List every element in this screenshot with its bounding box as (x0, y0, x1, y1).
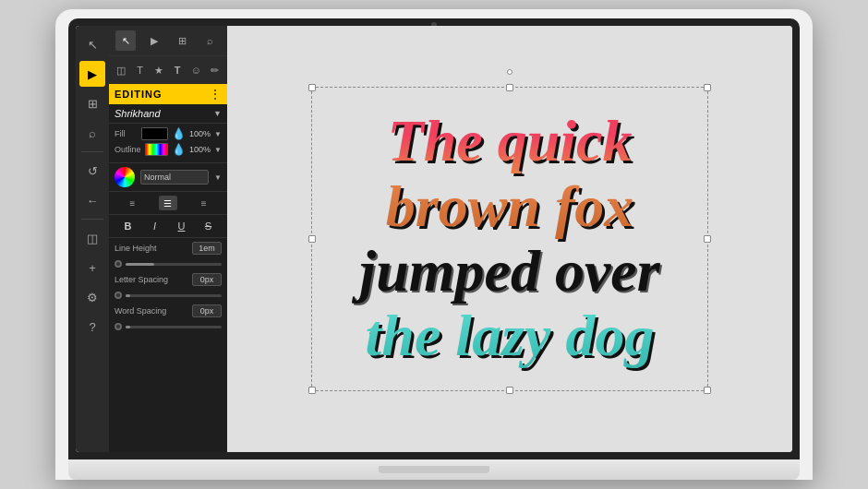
line-height-dot (115, 260, 122, 268)
panel-zoom-icon[interactable]: ⌕ (200, 30, 221, 51)
font-chevron-icon: ▼ (213, 109, 222, 118)
italic-btn[interactable]: I (147, 218, 163, 234)
align-right-btn[interactable]: ≡ (195, 196, 213, 210)
zoom-tool[interactable]: ⌕ (79, 120, 105, 146)
letter-spacing-value[interactable]: 0px (192, 273, 222, 286)
outline-opacity: 100% (189, 145, 211, 154)
color-wheel-row: Normal Multiply Screen Overlay ▼ (109, 163, 227, 192)
handle-bot-left[interactable] (308, 387, 316, 394)
text-line-3: jumped over (359, 239, 659, 304)
word-spacing-dot (115, 323, 122, 330)
fill-swatch[interactable] (141, 127, 168, 140)
panel-top-icons: ↖ ▶ ⊞ ⌕ (109, 26, 227, 56)
line-height-value[interactable]: 1em (192, 242, 222, 255)
styled-text-container: The quick brown fox jumped over the lazy… (320, 96, 699, 382)
panel-crop-icon[interactable]: ⊞ (172, 30, 192, 51)
layers-icon[interactable]: ◫ (112, 60, 130, 80)
word-spacing-label: Word Spacing (115, 306, 166, 316)
bold-btn[interactable]: B (120, 218, 137, 234)
letter-spacing-label: Letter Spacing (115, 275, 168, 284)
select-tool[interactable]: ↖ (79, 31, 105, 57)
underline-btn[interactable]: U (174, 218, 190, 234)
settings-tool[interactable]: ⚙ (79, 284, 105, 310)
letter-spacing-row: Letter Spacing 0px (115, 273, 222, 286)
blend-mode-select[interactable]: Normal Multiply Screen Overlay (140, 170, 209, 185)
word-spacing-slider[interactable] (126, 326, 222, 328)
outline-row: Outline 💧 100% ▼ (115, 143, 222, 156)
line-height-row: Line Height 1em (115, 242, 222, 255)
handle-top-right[interactable] (704, 84, 711, 91)
emoji-icon[interactable]: ☺ (187, 60, 205, 80)
laptop-notch (379, 466, 489, 473)
back-tool[interactable]: ← (79, 187, 105, 213)
color-wheel[interactable] (115, 167, 135, 187)
letter-spacing-slider-row (115, 292, 222, 299)
editing-label: EDITING (115, 89, 163, 100)
line-height-slider-row (115, 260, 222, 268)
align-left-btn[interactable]: ≡ (123, 196, 141, 210)
text-line-2: brown fox (359, 174, 659, 239)
handle-bot-right[interactable] (704, 387, 711, 394)
line-height-label: Line Height (115, 244, 157, 253)
handle-bot-mid[interactable] (506, 387, 513, 394)
word-spacing-slider-row (115, 323, 222, 330)
left-toolbar: ↖ ▶ ⊞ ⌕ ↺ ← ◫ + ⚙ ? (76, 26, 109, 452)
canvas-area[interactable]: The quick brown fox jumped over the lazy… (227, 26, 792, 452)
word-spacing-value[interactable]: 0px (192, 304, 222, 317)
panel-pointer-icon[interactable]: ▶ (144, 30, 164, 51)
panel-second-icons: ◫ T ★ T ☺ ✏ (109, 56, 227, 84)
app-container: ↖ ▶ ⊞ ⌕ ↺ ← ◫ + ⚙ ? (76, 26, 792, 452)
align-center-btn[interactable]: ☰ (159, 196, 177, 210)
paint-icon[interactable]: ✏ (206, 60, 224, 80)
font-row[interactable]: Shrikhand ▼ (109, 104, 227, 124)
outline-chevron-icon: ▼ (214, 146, 222, 154)
word-spacing-row: Word Spacing 0px (115, 304, 222, 317)
fill-droplet-icon[interactable]: 💧 (172, 127, 186, 140)
tool-separator-1 (81, 151, 103, 152)
outline-label: Outline (115, 145, 141, 154)
layers-tool[interactable]: ◫ (79, 225, 105, 251)
outline-droplet-icon[interactable]: 💧 (172, 143, 186, 156)
side-panel: ↖ ▶ ⊞ ⌕ ◫ T ★ T ☺ ✏ (109, 26, 227, 452)
text2-icon[interactable]: T (168, 60, 187, 80)
blend-chevron-icon: ▼ (214, 173, 222, 182)
line-height-slider[interactable] (126, 263, 222, 266)
fill-chevron-icon: ▼ (214, 130, 222, 138)
styled-text[interactable]: The quick brown fox jumped over the lazy… (359, 109, 659, 369)
pointer-tool[interactable]: ▶ (79, 61, 105, 87)
align-row: ≡ ☰ ≡ (109, 192, 227, 215)
strikethrough-btn[interactable]: S (200, 218, 217, 234)
laptop-outer: ↖ ▶ ⊞ ⌕ ↺ ← ◫ + ⚙ ? (55, 9, 813, 480)
handle-mid-left[interactable] (308, 235, 316, 243)
laptop-base (68, 459, 800, 480)
canvas-content: The quick brown fox jumped over the lazy… (311, 87, 708, 391)
handle-mid-right[interactable] (704, 235, 711, 243)
fill-section: Fill 💧 100% ▼ Outline 💧 100% ▼ (109, 124, 227, 163)
letter-spacing-dot (115, 292, 122, 299)
handle-top-left[interactable] (308, 84, 316, 91)
style-row: B I U S (109, 215, 227, 238)
crop-tool[interactable]: ⊞ (79, 90, 105, 116)
fill-opacity: 100% (189, 129, 211, 138)
letter-spacing-slider[interactable] (126, 294, 222, 297)
star-icon[interactable]: ★ (150, 60, 168, 80)
editing-menu-btn[interactable]: ⋮ (209, 87, 222, 101)
text-icon[interactable]: T (130, 60, 149, 80)
spacing-section: Line Height 1em Letter Spacing (109, 238, 227, 340)
editing-header: EDITING ⋮ (109, 84, 227, 104)
text-line-4: the lazy dog (359, 304, 659, 368)
help-tool[interactable]: ? (79, 314, 105, 340)
font-name: Shrikhand (115, 108, 161, 119)
tool-separator-2 (81, 219, 103, 220)
outline-swatch[interactable] (145, 143, 169, 156)
screen-bezel: ↖ ▶ ⊞ ⌕ ↺ ← ◫ + ⚙ ? (68, 18, 800, 459)
fill-label: Fill (115, 129, 138, 138)
laptop-screen: ↖ ▶ ⊞ ⌕ ↺ ← ◫ + ⚙ ? (76, 26, 792, 452)
rotate-handle[interactable] (507, 69, 512, 75)
add-tool[interactable]: + (79, 255, 105, 280)
text-line-1: The quick (359, 109, 659, 173)
handle-top-mid[interactable] (506, 84, 513, 91)
history-tool[interactable]: ↺ (79, 158, 105, 184)
fill-row: Fill 💧 100% ▼ (115, 127, 222, 140)
panel-select-icon[interactable]: ↖ (115, 30, 136, 51)
